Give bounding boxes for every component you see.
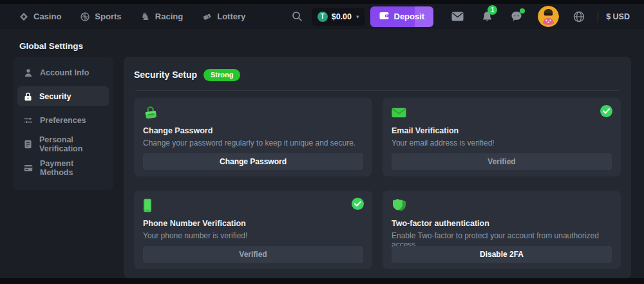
card-title: Change Password — [143, 126, 363, 135]
card-title: Phone Number Verification — [143, 219, 363, 228]
lock-icon — [24, 92, 32, 101]
verified-check-icon — [352, 198, 364, 210]
two-factor-icon — [392, 198, 612, 213]
wallet-icon — [379, 12, 390, 22]
sliders-icon — [24, 116, 33, 125]
nav-actions: T $0.00 ▾ Deposit 1 — [292, 6, 630, 27]
disable-2fa-button[interactable]: Disable 2FA — [392, 246, 612, 263]
sidebar-item-label: Personal Verification — [39, 135, 102, 153]
card-description: Your phone number is verified! — [143, 231, 363, 240]
security-setup-panel: Security Setup Strong Change Password Ch… — [124, 57, 631, 278]
change-password-button[interactable]: Change Password — [143, 153, 363, 170]
nav-label: Sports — [95, 12, 121, 21]
balance-amount: $0.00 — [332, 12, 352, 21]
deposit-label: Deposit — [394, 12, 425, 21]
deposit-button[interactable]: Deposit — [370, 6, 434, 27]
sidebar-item-security[interactable]: Security — [17, 86, 109, 106]
change-password-card: Change Password Change your password reg… — [134, 98, 372, 176]
sidebar-item-label: Account Info — [40, 68, 89, 77]
chevron-down-icon: ▾ — [356, 14, 359, 20]
phone-icon — [143, 198, 363, 213]
sports-icon — [80, 12, 90, 21]
sidebar-item-label: Payment Methods — [40, 159, 102, 177]
nav-links: Casino Sports ♞ Racing Lottery — [19, 12, 245, 22]
card-title: Email Verification — [392, 126, 612, 135]
language-button[interactable] — [573, 11, 585, 23]
tether-coin-icon: T — [317, 12, 328, 22]
settings-sidebar: Account Info Security Preferences Person… — [13, 57, 113, 190]
page-title: Global Settings — [19, 41, 83, 51]
chat-button[interactable] — [511, 11, 522, 22]
sidebar-item-preferences[interactable]: Preferences — [17, 110, 109, 130]
divider — [598, 11, 598, 23]
nav-label: Lottery — [217, 12, 245, 21]
notification-badge: 1 — [488, 5, 497, 15]
security-cards: Change Password Change your password reg… — [134, 98, 621, 269]
credit-card-icon — [24, 164, 33, 172]
nav-item-sports[interactable]: Sports — [80, 12, 121, 21]
email-verified-button[interactable]: Verified — [392, 153, 612, 170]
screen: Casino Sports ♞ Racing Lottery — [0, 0, 644, 284]
divider — [135, 90, 620, 91]
envelope-icon — [392, 106, 612, 120]
search-icon[interactable] — [292, 11, 303, 22]
verified-check-icon — [600, 105, 612, 117]
wallet-balance[interactable]: T $0.00 ▾ — [312, 8, 365, 26]
currency-selector[interactable]: $ USD — [606, 12, 630, 21]
phone-verification-card: Phone Number Verification Your phone num… — [134, 191, 372, 269]
sidebar-item-account-info[interactable]: Account Info — [17, 62, 109, 82]
sidebar-item-label: Security — [39, 92, 71, 101]
panel-title: Security Setup — [134, 70, 197, 80]
chat-status-dot — [520, 8, 525, 14]
two-factor-card: Two-factor authentication Enable Two-fac… — [383, 191, 621, 269]
security-strength-badge: Strong — [204, 69, 240, 81]
email-verification-card: Email Verification Your email address is… — [383, 98, 621, 176]
card-description: Your email address is verified! — [392, 138, 612, 147]
id-document-icon — [24, 140, 32, 149]
sidebar-item-payment-methods[interactable]: Payment Methods — [17, 158, 109, 178]
phone-verified-button[interactable]: Verified — [143, 246, 363, 263]
nav-item-casino[interactable]: Casino — [19, 12, 61, 21]
card-title: Two-factor authentication — [392, 219, 612, 228]
avatar[interactable] — [538, 6, 559, 27]
panel-header: Security Setup Strong — [134, 67, 621, 82]
casino-icon — [19, 12, 28, 21]
notifications-button[interactable]: 1 — [482, 11, 493, 23]
page-body: Global Settings Account Info Security Pr… — [0, 29, 644, 278]
lock-icon — [143, 106, 363, 120]
lottery-icon — [202, 12, 212, 21]
card-description: Change your password regularly to keep i… — [143, 138, 363, 147]
nav-label: Racing — [155, 12, 183, 21]
nav-item-racing[interactable]: ♞ Racing — [141, 12, 184, 22]
nav-item-lottery[interactable]: Lottery — [202, 12, 245, 21]
nav-label: Casino — [33, 12, 61, 21]
racing-icon: ♞ — [141, 12, 150, 22]
sidebar-item-label: Preferences — [40, 116, 86, 125]
messages-button[interactable] — [451, 12, 464, 21]
top-navbar: Casino Sports ♞ Racing Lottery — [0, 4, 644, 29]
user-icon — [24, 68, 33, 77]
sidebar-item-personal-verification[interactable]: Personal Verification — [17, 134, 109, 154]
